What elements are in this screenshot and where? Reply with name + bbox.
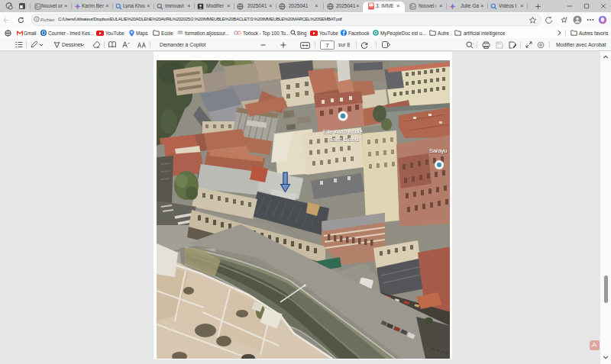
svg-text:Sarayu: Sarayu (429, 147, 447, 154)
svg-text:Saint-Denis: Saint-Denis (328, 136, 360, 143)
svg-text:Elie Auto école: Elie Auto école (323, 128, 363, 135)
